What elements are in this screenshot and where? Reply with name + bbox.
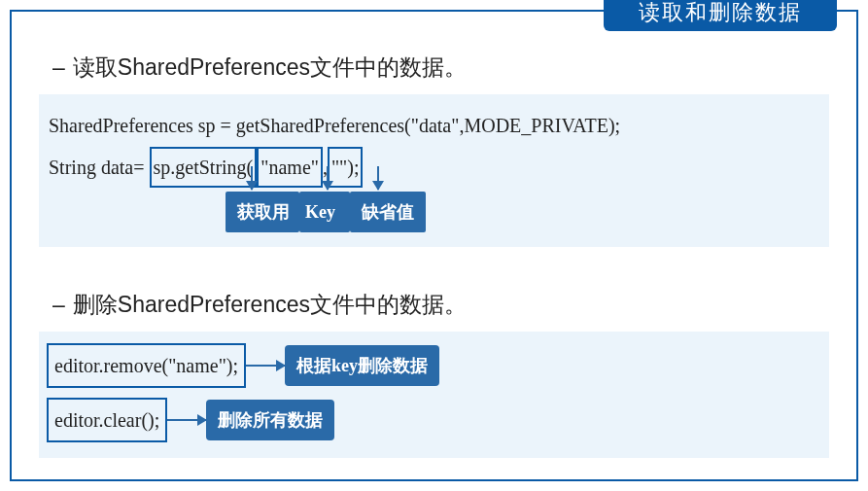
arrow-down-icon [251,166,253,190]
code-line-1: SharedPreferences sp = getSharedPreferen… [49,107,819,144]
code-clear: editor.clear(); [47,398,167,442]
label-key: Key [299,192,350,232]
read-heading-text: 读取SharedPreferences文件中的数据。 [73,54,467,80]
delete-heading-text: 删除SharedPreferences文件中的数据。 [73,292,467,317]
box-key: "name" [257,147,323,188]
label-remove-by-key: 根据key删除数据 [285,345,439,386]
slide-frame: 读取和删除数据 –读取SharedPreferences文件中的数据。 Shar… [10,10,858,481]
dash-icon: – [52,54,65,80]
box-getstring: sp.getString( [150,147,258,188]
delete-row-remove: editor.remove("name"); 根据key删除数据 [47,343,821,388]
read-heading: –读取SharedPreferences文件中的数据。 [52,53,829,83]
dash-icon: – [52,292,65,317]
delete-row-clear: editor.clear(); 删除所有数据 [47,398,821,442]
code-line-2: String data= sp.getString("name",""); [49,147,819,188]
arrow-down-icon [377,166,379,190]
read-labels-group: 获取用 Key 缺省值 [226,192,426,232]
code-remove: editor.remove("name"); [47,343,246,388]
label-default: 缺省值 [350,192,426,232]
label-clear-all: 删除所有数据 [206,400,334,440]
arrow-right-icon [167,419,206,421]
label-get: 获取用 [226,192,299,232]
arrow-right-icon [246,365,285,367]
slide-title-badge: 读取和删除数据 [604,0,837,31]
delete-code-block: editor.remove("name"); 根据key删除数据 editor.… [39,332,829,458]
arrow-down-icon [327,166,329,190]
code-prefix: String data= [49,157,145,178]
delete-heading: –删除SharedPreferences文件中的数据。 [52,290,829,320]
read-code-block: SharedPreferences sp = getSharedPreferen… [39,94,829,247]
